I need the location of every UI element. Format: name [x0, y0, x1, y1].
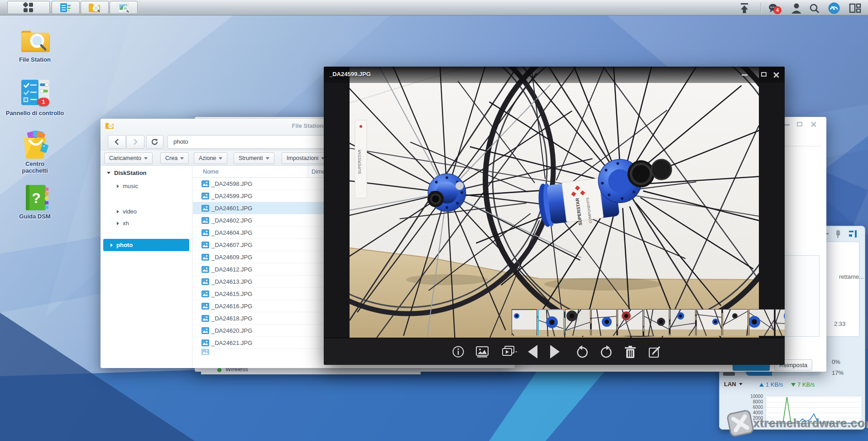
ram-label-fragment [723, 372, 735, 376]
tree-item-music[interactable]: music [117, 183, 138, 189]
taskbar-image-viewer-button[interactable] [110, 1, 138, 14]
tree-item-video[interactable]: video [117, 208, 137, 215]
edit-icon [648, 345, 662, 359]
back-button[interactable] [108, 135, 126, 149]
edit-button[interactable] [648, 345, 662, 359]
close-button[interactable] [773, 71, 780, 78]
image-file-icon [201, 193, 209, 199]
lan-selector[interactable]: LAN [724, 381, 743, 388]
widgets-button[interactable] [849, 3, 861, 14]
thumbnail[interactable] [775, 309, 785, 335]
caret-icon [117, 222, 119, 225]
upload-icon [739, 2, 750, 14]
image-file-icon [201, 327, 209, 334]
thumbnail[interactable] [723, 309, 748, 335]
rotate-left-icon [575, 345, 589, 359]
rotate-left-button[interactable] [575, 345, 589, 359]
thumbnail[interactable] [512, 309, 537, 335]
user-menu-button[interactable] [791, 2, 802, 14]
status-dot-icon [217, 368, 221, 372]
info-icon [452, 345, 465, 358]
previous-button[interactable] [527, 344, 538, 359]
desktop: 4 [0, 0, 868, 441]
delete-button[interactable] [624, 345, 637, 359]
file-station-icon [88, 2, 101, 13]
action-menu-button[interactable]: Azione [194, 152, 227, 164]
tools-menu-button[interactable]: Strumenti [234, 152, 274, 164]
refresh-button[interactable] [146, 135, 163, 149]
thumbnail[interactable] [644, 309, 669, 335]
thumbnail[interactable] [538, 309, 564, 335]
y-tick-label: 6000 [738, 405, 763, 410]
control-panel-badge: 1 [38, 98, 49, 106]
left-sticker: SUPERSTAR [355, 120, 367, 198]
thumbnail[interactable] [696, 309, 722, 335]
upload-queue-button[interactable] [736, 2, 753, 14]
desktop-icon-label: Centro pacchetti [17, 160, 53, 174]
main-menu-icon [23, 2, 34, 14]
chevron-down-icon [144, 157, 148, 160]
image-mode-button[interactable] [475, 345, 489, 358]
image-file-icon [201, 303, 209, 310]
forward-button[interactable] [126, 135, 144, 149]
slideshow-button[interactable] [500, 345, 518, 358]
photo-content: SUPERSTAR SUPERSTAR COMPONENTS [350, 67, 759, 338]
series-upload [767, 414, 860, 423]
next-icon [549, 344, 561, 359]
caret-icon [117, 184, 119, 188]
create-menu-button[interactable]: Crea [160, 152, 189, 164]
upload-menu-button[interactable]: Caricamento [104, 152, 153, 164]
cpu-percentage: 0% [832, 359, 840, 365]
tree-item-xh[interactable]: xh [117, 220, 129, 227]
y-tick-label: 0 [738, 421, 763, 426]
lan-label: LAN [724, 381, 736, 388]
image-viewer-icon [117, 2, 130, 13]
column-size[interactable]: Dime [312, 168, 325, 175]
uptime-value: 2:33 [834, 320, 845, 327]
thumbnail[interactable] [670, 309, 695, 335]
search-button[interactable] [809, 3, 820, 14]
search-icon [809, 3, 820, 14]
desktop-icon-label: Guida DSM [2, 213, 67, 220]
maximize-button[interactable] [761, 72, 767, 77]
rotate-right-button[interactable] [599, 345, 613, 359]
close-button[interactable] [810, 121, 817, 127]
column-divider[interactable] [308, 166, 308, 178]
next-button[interactable] [549, 344, 561, 359]
upload-arrow-icon [759, 383, 764, 387]
thumbnail[interactable] [591, 309, 617, 335]
file-name: _DA24602.JPG [211, 217, 252, 224]
main-menu-button[interactable] [7, 1, 50, 14]
chevron-right-icon [133, 139, 138, 145]
left-hub [427, 174, 466, 212]
taskbar-control-panel-button[interactable] [52, 1, 80, 14]
info-button[interactable] [452, 345, 465, 358]
thumbnail[interactable] [565, 309, 590, 335]
minimize-button[interactable] [742, 74, 748, 76]
thumbnail-strip [512, 309, 785, 336]
desktop-icon-label: Pannello di controllo [2, 110, 67, 116]
image-file-icon [201, 349, 209, 355]
pin-icon[interactable] [834, 229, 842, 238]
chevron-down-icon [266, 157, 269, 160]
thumbnail[interactable] [749, 309, 774, 335]
system-status-text: rettame... [839, 273, 864, 280]
resource-monitor-button[interactable] [828, 2, 840, 14]
tree-item-photo[interactable]: photo [103, 239, 189, 251]
settings-menu-button[interactable]: Impostazioni [282, 152, 330, 164]
taskbar-file-station-button[interactable] [81, 1, 109, 14]
tree-root-diskstation[interactable]: DiskStation [107, 170, 147, 176]
package-center-icon [21, 131, 50, 160]
widget-layout-icon[interactable] [849, 230, 857, 237]
thumbnail[interactable] [618, 309, 643, 335]
image-file-icon [201, 254, 209, 261]
maximize-button[interactable] [797, 122, 802, 126]
viewer-toolbar [324, 338, 785, 365]
viewer-title: _DA24599.JPG [329, 71, 371, 78]
user-icon [791, 3, 802, 14]
download-rate: 7 KB/s [791, 381, 815, 388]
file-name: _DA24616.JPG [211, 303, 252, 310]
dsm-help-icon: ? [24, 184, 49, 211]
column-name[interactable]: Nome [203, 168, 219, 175]
file-name: _DA24607.JPG [211, 242, 252, 248]
